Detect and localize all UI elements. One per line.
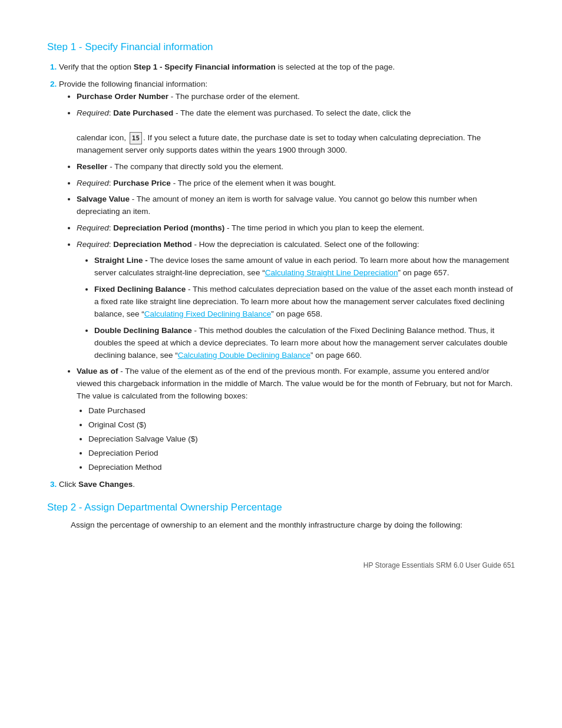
- step1-item3-bold: Save Changes: [78, 480, 133, 489]
- step2-body-text: Assign the percentage of ownership to an…: [71, 521, 462, 529]
- step1-heading: Step 1 - Specify Financial information: [47, 41, 515, 53]
- required-label-method: Required: [77, 240, 109, 249]
- required-label-price: Required: [77, 179, 109, 187]
- page-footer: HP Storage Essentials SRM 6.0 User Guide…: [47, 561, 515, 569]
- required-label-date: Required: [77, 108, 109, 117]
- bullet-purchase-order: Purchase Order Number - The purchase ord…: [77, 91, 515, 103]
- footer-text: HP Storage Essentials SRM 6.0 User Guide…: [363, 561, 515, 569]
- purchase-price-text: - The price of the element when it was b…: [171, 179, 336, 187]
- calendar-icon: 15: [130, 132, 142, 144]
- step2-heading: Step 2 - Assign Departmental Ownership P…: [47, 502, 515, 513]
- purchase-order-label: Purchase Order Number: [77, 92, 168, 101]
- straight-line-label: Straight Line -: [94, 256, 148, 265]
- bullet-salvage-value: Salvage Value - The amount of money an i…: [77, 193, 515, 218]
- method-straight-line: Straight Line - The device loses the sam…: [94, 255, 515, 279]
- value-as-of-sub-list: Date Purchased Original Cost ($) Depreci…: [88, 405, 515, 474]
- value-sub-item-1: Date Purchased: [88, 405, 515, 417]
- fixed-declining-link[interactable]: Calculating Fixed Declining Balance: [144, 309, 271, 318]
- double-declining-link[interactable]: Calculating Double Declining Balance: [178, 351, 310, 360]
- value-sub-item-2: Original Cost ($): [88, 419, 515, 431]
- method-double-declining: Double Declining Balance - This method d…: [94, 325, 515, 362]
- step1-item1: Verify that the option Step 1 - Specify …: [59, 61, 515, 74]
- step2-body: Assign the percentage of ownership to an…: [71, 519, 515, 532]
- straight-line-link[interactable]: Calculating Straight Line Depreciation: [265, 268, 398, 277]
- required-label-period: Required: [77, 223, 109, 232]
- step1-bullet-list: Purchase Order Number - The purchase ord…: [77, 91, 515, 474]
- depreciation-period-text: - The time period in which you plan to k…: [224, 223, 424, 232]
- bullet-date-purchased: Required: Date Purchased - The date the …: [77, 107, 515, 157]
- bullet-depreciation-method: Required: Depreciation Method - How the …: [77, 239, 515, 361]
- double-declining-label: Double Declining Balance: [94, 326, 192, 335]
- value-as-of-text: - The value of the element as of the end…: [77, 367, 513, 400]
- bullet-value-as-of: Value as of - The value of the element a…: [77, 365, 515, 473]
- page-content: Step 1 - Specify Financial information V…: [47, 41, 515, 569]
- depreciation-period-label: Depreciation Period (months): [113, 223, 224, 232]
- bullet-purchase-price: Required: Purchase Price - The price of …: [77, 177, 515, 190]
- fixed-declining-label: Fixed Declining Balance: [94, 285, 186, 294]
- depreciation-method-label: Depreciation Method: [113, 240, 192, 249]
- value-sub-item-3: Depreciation Salvage Value ($): [88, 433, 515, 446]
- step1-item3-period: .: [133, 480, 135, 489]
- reseller-text: - The company that directly sold you the…: [108, 162, 283, 171]
- step1-numbered-list: Verify that the option Step 1 - Specify …: [59, 61, 515, 491]
- step1-item1-text1: Verify that the option: [59, 62, 134, 71]
- value-sub-item-4: Depreciation Period: [88, 447, 515, 460]
- bullet-depreciation-period: Required: Depreciation Period (months) -…: [77, 222, 515, 235]
- step1-item1-text2: is selected at the top of the page.: [276, 62, 395, 71]
- depreciation-method-text: - How the depreciation is calculated. Se…: [192, 240, 419, 249]
- double-declining-page: ” on page 660.: [310, 351, 362, 360]
- step1-item2-text: Provide the following financial informat…: [59, 80, 207, 88]
- purchase-order-text: - The purchase order of the element.: [168, 92, 300, 101]
- reseller-label: Reseller: [77, 162, 108, 171]
- date-purchased-label: Date Purchased: [113, 108, 173, 117]
- purchase-price-label: Purchase Price: [113, 179, 171, 187]
- method-fixed-declining: Fixed Declining Balance - This method ca…: [94, 284, 515, 321]
- value-sub-item-5: Depreciation Method: [88, 462, 515, 474]
- depreciation-method-list: Straight Line - The device loses the sam…: [94, 255, 515, 361]
- step1-item3: Click Save Changes.: [59, 479, 515, 491]
- value-as-of-label: Value as of: [77, 367, 118, 375]
- salvage-value-text: - The amount of money an item is worth f…: [77, 195, 477, 216]
- step1-item3-text: Click: [59, 480, 78, 489]
- step1-item2: Provide the following financial informat…: [59, 78, 515, 474]
- step1-item1-bold: Step 1 - Specify Financial information: [134, 62, 276, 71]
- fixed-declining-page: ” on page 658.: [271, 309, 322, 318]
- straight-line-page: ” on page 657.: [398, 268, 449, 277]
- bullet-reseller: Reseller - The company that directly sol…: [77, 161, 515, 173]
- salvage-value-label: Salvage Value: [77, 195, 130, 203]
